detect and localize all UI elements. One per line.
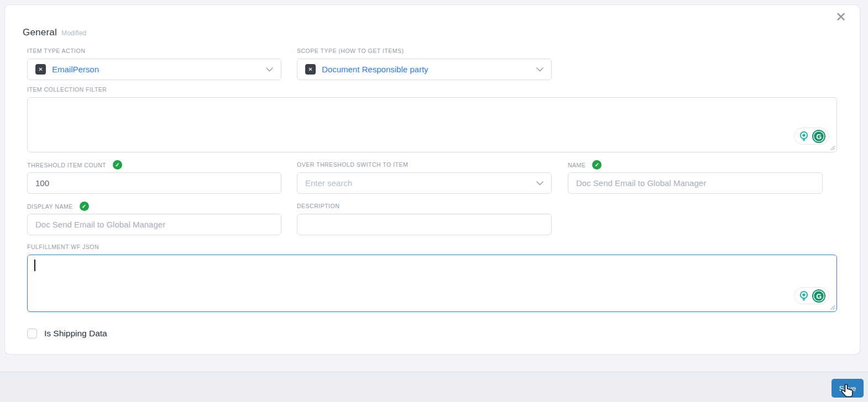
remove-tag-icon[interactable]: ✕ bbox=[35, 64, 46, 75]
resize-handle-icon[interactable] bbox=[830, 305, 835, 310]
dialog-card: ✕ General Modified ITEM TYPE ACTION SCOP… bbox=[4, 4, 860, 355]
chevron-down-icon bbox=[536, 67, 543, 72]
description-label: DESCRIPTION bbox=[297, 203, 339, 209]
dialog-backdrop bbox=[0, 355, 868, 372]
grammarly-icon: G bbox=[812, 129, 826, 144]
fulfillment-wf-json-textarea[interactable] bbox=[27, 255, 837, 312]
text-caret bbox=[34, 260, 35, 271]
threshold-item-count-input[interactable] bbox=[27, 172, 281, 194]
selected-item-type: EmailPerson bbox=[52, 65, 260, 74]
item-collection-filter-label: ITEM COLLECTION FILTER bbox=[27, 86, 107, 93]
grammarly-widget[interactable]: G bbox=[794, 128, 829, 145]
footer-bar bbox=[0, 372, 868, 402]
is-shipping-data-label: Is Shipping Data bbox=[44, 329, 107, 338]
display-name-input[interactable] bbox=[27, 214, 281, 235]
description-input[interactable] bbox=[297, 214, 552, 235]
over-threshold-select[interactable]: Enter search bbox=[297, 172, 552, 194]
resize-handle-icon[interactable] bbox=[830, 145, 835, 151]
is-shipping-data-checkbox[interactable] bbox=[27, 329, 37, 338]
over-threshold-label: OVER THRESHOLD SWITCH TO ITEM bbox=[297, 161, 408, 168]
selected-scope-type: Document Responsible party bbox=[322, 65, 530, 74]
save-button[interactable]: Save bbox=[832, 379, 864, 398]
threshold-item-count-label: THRESHOLD ITEM COUNT ✓ bbox=[27, 160, 122, 170]
suggestion-bulb-icon bbox=[797, 289, 811, 303]
display-name-label: DISPLAY NAME ✓ bbox=[27, 202, 89, 211]
valid-check-icon: ✓ bbox=[113, 160, 122, 170]
item-collection-filter-field: G bbox=[27, 97, 837, 152]
scope-type-label: SCOPE TYPE (HOW TO GET ITEMS) bbox=[297, 47, 404, 54]
search-placeholder: Enter search bbox=[305, 178, 530, 188]
grammarly-icon: G bbox=[812, 289, 826, 303]
modified-badge: Modified bbox=[61, 29, 86, 37]
grammarly-widget[interactable]: G bbox=[794, 287, 829, 304]
is-shipping-data-row[interactable]: Is Shipping Data bbox=[27, 329, 107, 338]
page-title: General bbox=[23, 27, 57, 38]
suggestion-bulb-icon bbox=[797, 130, 811, 143]
chevron-down-icon bbox=[266, 67, 273, 72]
chevron-down-icon bbox=[536, 181, 543, 186]
valid-check-icon: ✓ bbox=[592, 160, 602, 170]
dialog-header: General Modified bbox=[23, 27, 86, 38]
item-collection-filter-textarea[interactable] bbox=[27, 97, 837, 152]
item-type-action-select[interactable]: ✕ EmailPerson bbox=[27, 59, 281, 80]
remove-tag-icon[interactable]: ✕ bbox=[305, 64, 316, 75]
name-input[interactable] bbox=[568, 172, 823, 194]
valid-check-icon: ✓ bbox=[80, 202, 89, 211]
close-icon[interactable]: ✕ bbox=[833, 9, 849, 25]
scope-type-select[interactable]: ✕ Document Responsible party bbox=[297, 59, 552, 80]
name-label: NAME ✓ bbox=[568, 160, 602, 170]
svg-text:G: G bbox=[816, 292, 822, 300]
item-type-action-label: ITEM TYPE ACTION bbox=[27, 47, 85, 54]
fulfillment-wf-json-label: FULFILLMENT WF JSON bbox=[27, 244, 99, 250]
svg-text:G: G bbox=[816, 133, 822, 140]
general-settings-dialog: ✕ General Modified ITEM TYPE ACTION SCOP… bbox=[0, 0, 868, 402]
fulfillment-wf-json-field: G bbox=[27, 255, 837, 312]
